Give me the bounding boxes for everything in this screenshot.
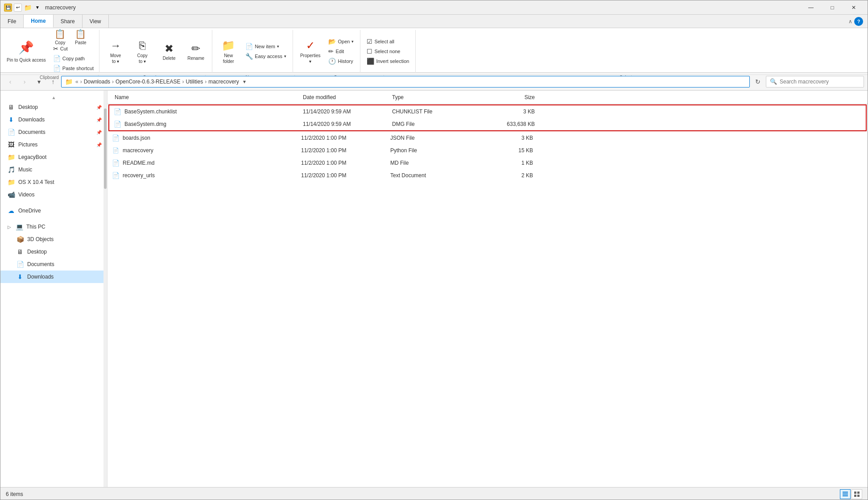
file-row-basesystem-dmg[interactable]: 📄 BaseSystem.dmg 11/14/2020 9:59 AM DMG …	[109, 118, 866, 130]
file-date-json: 11/2/2020 1:00 PM	[301, 135, 390, 141]
copy-to-label: Copyto ▾	[137, 53, 147, 64]
dropdown-icon[interactable]: ▼	[33, 4, 41, 12]
tab-file[interactable]: File	[0, 15, 24, 28]
sidebar-item-music[interactable]: 🎵 Music	[0, 163, 107, 176]
sidebar-item-desktop2[interactable]: 🖥 Desktop	[0, 246, 107, 258]
invert-selection-button[interactable]: ⬛ Invert selection	[364, 57, 412, 66]
sidebar-item-thispc[interactable]: ▷ 💻 This PC	[0, 221, 107, 233]
copy-to-button[interactable]: ⎘ Copyto ▾	[130, 36, 155, 67]
move-to-button[interactable]: → Moveto ▾	[103, 36, 128, 67]
history-label: History	[338, 58, 353, 64]
select-none-button[interactable]: ☐ Select none	[364, 47, 412, 56]
videos-icon: 📹	[8, 191, 15, 198]
open-button[interactable]: 📂 Open ▾	[326, 37, 356, 46]
select-all-icon: ☑	[367, 38, 372, 45]
rename-button[interactable]: ✏ Rename	[183, 36, 208, 67]
sidebar-desktop-label: Desktop	[18, 104, 38, 110]
folder-icon[interactable]: 📁	[24, 4, 32, 12]
col-type-header[interactable]: Type	[392, 94, 481, 100]
copy-path-button[interactable]: 📄 Copy path	[50, 54, 96, 63]
nav-forward-button[interactable]: ›	[18, 75, 31, 88]
minimize-button[interactable]: —	[801, 0, 821, 15]
copy-button[interactable]: 📋 Copy	[50, 30, 70, 43]
sidebar-item-desktop[interactable]: 🖥 Desktop 📌	[0, 101, 107, 113]
refresh-button[interactable]: ↻	[752, 75, 764, 88]
file-name-readme: README.md	[123, 160, 301, 166]
breadcrumb-downloads[interactable]: Downloads	[84, 79, 110, 85]
history-button[interactable]: 🕐 History	[326, 57, 356, 66]
sidebar-downloads2-label: Downloads	[27, 274, 54, 280]
sidebar-item-documents[interactable]: 📄 Documents 📌	[0, 126, 107, 138]
select-all-label: Select all	[374, 39, 394, 44]
nav-up-button[interactable]: ↑	[47, 75, 59, 88]
address-dropdown-button[interactable]: ▾	[239, 76, 250, 88]
col-name-header[interactable]: Name	[111, 94, 303, 100]
search-input[interactable]	[780, 79, 860, 85]
sidebar-item-downloads[interactable]: ⬇ Downloads 📌	[0, 113, 107, 126]
sidebar-item-downloads2[interactable]: ⬇ Downloads	[0, 271, 107, 283]
new-folder-button[interactable]: 📁 Newfolder	[216, 36, 241, 67]
edit-label: Edit	[335, 49, 344, 54]
sidebar-item-3dobjects[interactable]: 📦 3D Objects	[0, 233, 107, 246]
easy-access-button[interactable]: 🔧 Easy access ▾	[243, 52, 289, 61]
edit-button[interactable]: ✏ Edit	[326, 47, 356, 56]
help-button[interactable]: ?	[854, 17, 863, 26]
paste-icon: 📋	[75, 28, 86, 40]
view-details-button[interactable]	[840, 489, 851, 499]
sidebar-scrollbar-thumb	[104, 108, 107, 189]
file-row-readme[interactable]: 📄 README.md 11/2/2020 1:00 PM MD File 1 …	[107, 157, 868, 169]
sidebar-collapse-arrow[interactable]: ▲	[0, 94, 107, 101]
file-row-boards-json[interactable]: 📄 boards.json 11/2/2020 1:00 PM JSON Fil…	[107, 132, 868, 144]
main-area: ▲ 🖥 Desktop 📌 ⬇ Downloads 📌 📄 Documents …	[0, 91, 868, 487]
address-input[interactable]: 📁 « › Downloads › OpenCore-0.6.3-RELEASE…	[61, 76, 750, 88]
save-icon[interactable]: 💾	[4, 4, 12, 12]
new-section: 📁 Newfolder 📄 New item ▾ 🔧 Easy access ▾	[212, 30, 293, 73]
breadcrumb-opencore[interactable]: OpenCore-0.6.3-RELEASE	[116, 79, 180, 85]
tab-share[interactable]: Share	[54, 15, 83, 28]
sidebar-item-pictures[interactable]: 🖼 Pictures 📌	[0, 138, 107, 151]
view-large-icons-button[interactable]	[851, 489, 862, 499]
window-title: macrecovery	[45, 4, 801, 11]
collapse-ribbon-icon[interactable]: ∧	[848, 18, 852, 25]
select-all-button[interactable]: ☑ Select all	[364, 37, 412, 46]
sidebar-item-videos[interactable]: 📹 Videos	[0, 188, 107, 201]
properties-button[interactable]: ✓ Properties▾	[297, 36, 324, 67]
open-section: ✓ Properties▾ 📂 Open ▾ ✏ Edit 🕐 History	[293, 30, 361, 73]
copy-path-icon: 📄	[53, 55, 61, 62]
pin-icon-documents: 📌	[96, 130, 102, 135]
cut-button[interactable]: ✂ Cut	[50, 44, 96, 53]
pin-to-quick-access-button[interactable]: 📌 Pin to Quick access	[3, 36, 50, 67]
new-item-button[interactable]: 📄 New item ▾	[243, 42, 289, 51]
sidebar-item-legacyboot[interactable]: 📁 LegacyBoot	[0, 151, 107, 163]
maximize-button[interactable]: □	[822, 0, 843, 15]
paste-shortcut-button[interactable]: 📄 Paste shortcut	[50, 64, 96, 73]
sidebar-item-onedrive[interactable]: ☁ OneDrive	[0, 204, 107, 217]
file-row-macrecovery[interactable]: 📄 macrecovery 11/2/2020 1:00 PM Python F…	[107, 144, 868, 157]
sidebar-item-documents2[interactable]: 📄 Documents	[0, 258, 107, 271]
search-box[interactable]: 🔍	[766, 76, 864, 88]
paste-button[interactable]: 📋 Paste	[71, 30, 91, 43]
delete-button[interactable]: ✖ Delete	[157, 36, 182, 67]
tab-view[interactable]: View	[83, 15, 109, 28]
file-row-recovery-urls[interactable]: 📄 recovery_urls 11/2/2020 1:00 PM Text D…	[107, 169, 868, 182]
col-size-header[interactable]: Size	[481, 94, 535, 100]
file-icon-json: 📄	[111, 133, 120, 142]
nav-back-button[interactable]: ‹	[4, 75, 17, 88]
file-row-basesystem-chunklist[interactable]: 📄 BaseSystem.chunklist 11/14/2020 9:59 A…	[109, 105, 866, 118]
tab-home[interactable]: Home	[24, 15, 53, 28]
nav-recent-button[interactable]: ▾	[33, 75, 45, 88]
pin-icon-pictures: 📌	[96, 142, 102, 147]
breadcrumb-macrecovery[interactable]: macrecovery	[208, 79, 239, 85]
breadcrumb-utilities[interactable]: Utilities	[186, 79, 203, 85]
new-folder-label: Newfolder	[223, 53, 234, 64]
sidebar-scrollbar[interactable]	[103, 91, 107, 487]
file-icon-recovery-urls: 📄	[111, 171, 120, 180]
address-bar: ‹ › ▾ ↑ 📁 « › Downloads › OpenCore-0.6.3…	[0, 73, 868, 91]
status-bar: 6 items	[0, 487, 868, 500]
undo-icon[interactable]: ↩	[14, 4, 22, 12]
title-bar-icons: 💾 ↩ 📁 ▼	[4, 4, 41, 12]
close-button[interactable]: ✕	[843, 0, 864, 15]
sidebar-item-osx104[interactable]: 📁 OS X 10.4 Test	[0, 176, 107, 188]
col-date-header[interactable]: Date modified	[303, 94, 392, 100]
edit-icon: ✏	[328, 48, 334, 55]
